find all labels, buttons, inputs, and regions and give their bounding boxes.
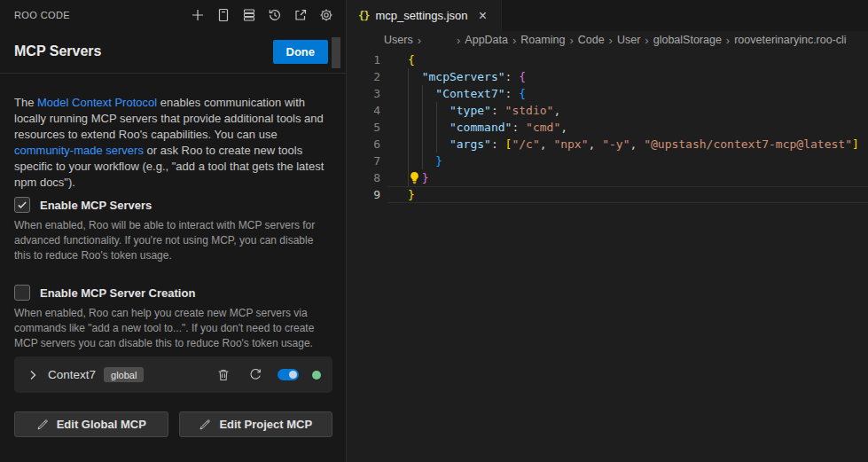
code-text: "mcpServers": {	[380, 68, 526, 85]
enable-mcp-servers-description: When enabled, Roo will be able to intera…	[14, 218, 332, 263]
edit-global-mcp-button[interactable]: Edit Global MCP	[14, 411, 168, 437]
editor-pane: {} mcp_settings.json × Users››AppData›Ro…	[348, 0, 868, 462]
line-number: 5	[348, 119, 380, 136]
code-text: {	[380, 51, 415, 68]
code-line[interactable]: 9}	[348, 186, 868, 203]
tab-filename: mcp_settings.json	[375, 9, 467, 22]
line-number: 9	[348, 186, 380, 203]
scrollbar-thumb[interactable]	[332, 37, 340, 68]
breadcrumb-item[interactable]: rooveterinaryinc.roo-cli	[734, 34, 846, 46]
panel-header: ROO CODE	[0, 0, 346, 30]
code-line[interactable]: 4 "type": "stdio",	[348, 102, 868, 119]
breadcrumb-separator: ›	[457, 34, 460, 47]
enable-mcp-servers-checkbox[interactable]	[14, 197, 30, 213]
panel-body: The Model Context Protocol enables commu…	[0, 95, 346, 437]
open-external-icon[interactable]	[292, 6, 309, 24]
server-status-dot	[312, 371, 321, 380]
breadcrumb-separator: ›	[512, 34, 516, 47]
page-header: MCP Servers Done	[0, 30, 346, 74]
line-number: 7	[348, 153, 380, 169]
breadcrumb-item[interactable]: Code	[578, 34, 605, 46]
history-icon[interactable]	[266, 6, 284, 24]
mcp-server-row-context7[interactable]: Context7 global	[14, 356, 332, 393]
code-editor[interactable]: 1{2 "mcpServers": {3 "Context7": {4 "typ…	[348, 49, 868, 462]
footer-buttons: Edit Global MCP Edit Project MCP	[14, 411, 332, 437]
breadcrumb-separator: ›	[418, 34, 421, 47]
code-line[interactable]: 1{	[348, 51, 868, 68]
enable-mcp-creation-checkbox[interactable]	[14, 285, 30, 301]
breadcrumb: Users››AppData›Roaming›Code›User›globalS…	[348, 31, 868, 49]
text-link[interactable]: Model Context Protocol	[37, 96, 157, 109]
enable-mcp-creation-description: When enabled, Roo can help you create ne…	[14, 306, 332, 351]
code-text: "Context7": {	[380, 85, 526, 102]
tab-close-icon[interactable]: ×	[476, 9, 490, 23]
breadcrumb-item[interactable]: AppData	[465, 34, 508, 46]
line-number: 1	[348, 51, 380, 68]
mcp-servers-icon[interactable]	[240, 6, 258, 24]
check-icon	[17, 200, 27, 210]
breadcrumb-item[interactable]: User	[617, 34, 640, 46]
edit-global-mcp-label: Edit Global MCP	[57, 418, 146, 431]
roo-code-panel: ROO CODE	[0, 0, 347, 462]
enable-mcp-creation-label: Enable MCP Server Creation	[40, 286, 195, 300]
breadcrumb-separator: ›	[726, 34, 730, 47]
chevron-right-icon[interactable]	[26, 368, 40, 382]
code-text: }	[380, 186, 415, 203]
panel-header-actions	[189, 6, 335, 24]
trash-icon[interactable]	[216, 368, 231, 382]
line-number: 6	[348, 136, 380, 153]
intro-paragraph: The Model Context Protocol enables commu…	[14, 95, 332, 191]
enable-mcp-servers-row[interactable]: Enable MCP Servers	[14, 197, 332, 213]
code-line[interactable]: 6 "args": ["/c", "npx", "-y", "@upstash/…	[348, 136, 868, 153]
code-line[interactable]: 3 "Context7": {	[348, 85, 868, 102]
server-scope-badge: global	[104, 367, 144, 382]
tab-mcp-settings-json[interactable]: {} mcp_settings.json ×	[348, 0, 502, 31]
pencil-icon	[36, 419, 49, 431]
edit-project-mcp-label: Edit Project MCP	[219, 418, 312, 431]
notepad-icon[interactable]	[215, 6, 232, 24]
breadcrumb-separator: ›	[645, 34, 648, 47]
line-number: 3	[348, 85, 380, 102]
panel-title: ROO CODE	[14, 10, 70, 20]
text-link[interactable]: community-made servers	[14, 144, 144, 157]
code-lines: 1{2 "mcpServers": {3 "Context7": {4 "typ…	[348, 49, 868, 203]
breadcrumb-item[interactable]: Users	[384, 34, 413, 46]
breadcrumb-item[interactable]: globalStorage	[653, 34, 722, 46]
line-number: 4	[348, 102, 380, 119]
enable-mcp-creation-row[interactable]: Enable MCP Server Creation	[14, 285, 332, 301]
code-line[interactable]: 8 }	[348, 169, 868, 186]
line-number: 2	[348, 68, 380, 85]
refresh-icon[interactable]	[248, 368, 262, 382]
settings-gear-icon[interactable]	[317, 6, 335, 24]
json-file-icon: {}	[358, 10, 369, 22]
lightbulb-icon[interactable]	[408, 171, 421, 184]
code-text: "command": "cmd",	[380, 119, 567, 136]
breadcrumb-item[interactable]: Roaming	[520, 34, 565, 46]
code-text: "args": ["/c", "npx", "-y", "@upstash/co…	[380, 136, 859, 153]
server-name: Context7	[48, 368, 96, 381]
server-enabled-toggle[interactable]	[278, 369, 299, 380]
intro-text: The	[14, 96, 37, 109]
breadcrumb-separator: ›	[569, 34, 573, 47]
code-text: }	[380, 169, 428, 186]
pencil-icon	[199, 419, 211, 431]
editor-tab-bar: {} mcp_settings.json ×	[348, 0, 868, 31]
line-number: 8	[348, 169, 380, 186]
code-line[interactable]: 5 "command": "cmd",	[348, 119, 868, 136]
toggle-knob	[289, 371, 297, 379]
code-line[interactable]: 7 }	[348, 153, 868, 169]
breadcrumb-separator: ›	[609, 34, 613, 47]
enable-mcp-servers-label: Enable MCP Servers	[40, 199, 152, 212]
page-title: MCP Servers	[14, 43, 101, 59]
code-line[interactable]: 2 "mcpServers": {	[348, 68, 868, 85]
code-text: }	[380, 153, 442, 169]
edit-project-mcp-button[interactable]: Edit Project MCP	[179, 411, 333, 437]
done-button[interactable]: Done	[273, 40, 329, 64]
code-text: "type": "stdio",	[380, 102, 560, 119]
vscode-window: ROO CODE	[0, 0, 868, 462]
plus-icon[interactable]	[189, 6, 207, 24]
